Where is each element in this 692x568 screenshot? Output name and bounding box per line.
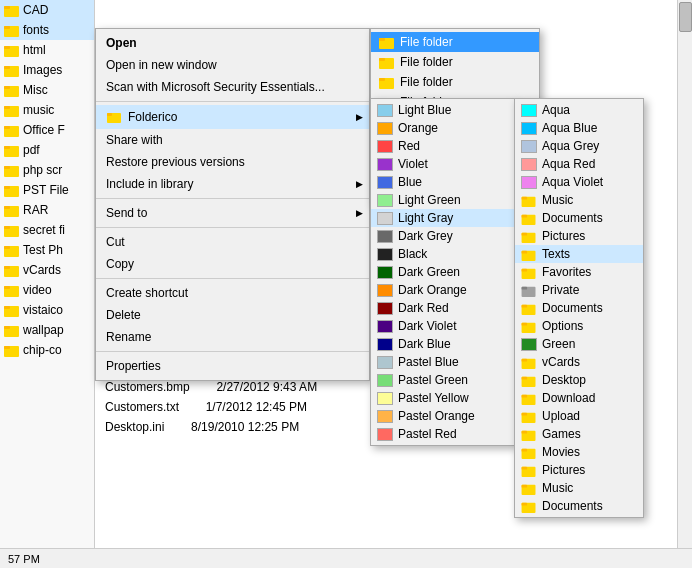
color-upload[interactable]: Upload	[515, 407, 643, 425]
color-aqua-red[interactable]: Aqua Red	[515, 155, 643, 173]
menu-create-shortcut[interactable]: Create shortcut	[96, 282, 369, 304]
sidebar-item-fonts[interactable]: fonts	[0, 20, 94, 40]
color-private[interactable]: Private	[515, 281, 643, 299]
menu-delete[interactable]: Delete	[96, 304, 369, 326]
color-download[interactable]: Download	[515, 389, 643, 407]
color-blue[interactable]: Blue	[371, 173, 514, 191]
color-pastel-green[interactable]: Pastel Green	[371, 371, 514, 389]
color-dark-blue[interactable]: Dark Blue	[371, 335, 514, 353]
color-light-green[interactable]: Light Green	[371, 191, 514, 209]
color-aqua-blue[interactable]: Aqua Blue	[515, 119, 643, 137]
svg-rect-21	[4, 206, 10, 209]
color-red[interactable]: Red	[371, 137, 514, 155]
color-pastel-yellow[interactable]: Pastel Yellow	[371, 389, 514, 407]
color-pastel-red[interactable]: Pastel Red	[371, 425, 514, 443]
sidebar-label: music	[23, 103, 54, 117]
sidebar-item-secret[interactable]: secret fi	[0, 220, 94, 240]
scrollbar[interactable]	[677, 0, 692, 568]
menu-restore[interactable]: Restore previous versions	[96, 151, 369, 173]
sidebar-item-images[interactable]: Images	[0, 60, 94, 80]
sidebar-item-phpscr[interactable]: php scr	[0, 160, 94, 180]
color-pictures[interactable]: Pictures	[515, 227, 643, 245]
sidebar-item-wallpap[interactable]: wallpap	[0, 320, 94, 340]
menu-send-to[interactable]: Send to	[96, 202, 369, 224]
sidebar-item-testph[interactable]: Test Ph	[0, 240, 94, 260]
color-aqua-violet[interactable]: Aqua Violet	[515, 173, 643, 191]
sidebar-item-misc[interactable]: Misc	[0, 80, 94, 100]
sidebar-item-pst[interactable]: PST File	[0, 180, 94, 200]
color-dark-grey[interactable]: Dark Grey	[371, 227, 514, 245]
folder-icon	[4, 243, 20, 257]
color-documents-2[interactable]: Documents	[515, 299, 643, 317]
explorer-window: CAD fonts html Images	[0, 0, 692, 568]
svg-rect-31	[4, 306, 10, 309]
color-aqua[interactable]: Aqua	[515, 101, 643, 119]
sidebar-label: pdf	[23, 143, 40, 157]
color-orange[interactable]: Orange	[371, 119, 514, 137]
sidebar-item-video[interactable]: video	[0, 280, 94, 300]
folder-swatch	[521, 482, 537, 495]
folder-icon	[4, 283, 20, 297]
sidebar-item-html[interactable]: html	[0, 40, 94, 60]
color-green[interactable]: Green	[515, 335, 643, 353]
color-light-gray[interactable]: Light Gray	[371, 209, 514, 227]
menu-rename[interactable]: Rename	[96, 326, 369, 348]
svg-rect-69	[522, 394, 528, 397]
sidebar-item-rar[interactable]: RAR	[0, 200, 94, 220]
sidebar-item-chipco[interactable]: chip-co	[0, 340, 94, 360]
sidebar-label: secret fi	[23, 223, 65, 237]
file-folder-item-3[interactable]: File folder	[371, 72, 539, 92]
file-row-txt: Customers.txt 1/7/2012 12:45 PM	[105, 400, 307, 414]
color-music-2[interactable]: Music	[515, 479, 643, 497]
file-folder-item-1[interactable]: File folder	[371, 32, 539, 52]
color-black[interactable]: Black	[371, 245, 514, 263]
sidebar-label: chip-co	[23, 343, 62, 357]
menu-copy[interactable]: Copy	[96, 253, 369, 275]
sidebar-item-cad[interactable]: CAD	[0, 0, 94, 20]
color-documents-3[interactable]: Documents	[515, 497, 643, 515]
menu-cut[interactable]: Cut	[96, 231, 369, 253]
folder-swatch	[521, 266, 537, 279]
menu-properties[interactable]: Properties	[96, 355, 369, 377]
menu-open[interactable]: Open	[96, 32, 369, 54]
color-favorites[interactable]: Favorites	[515, 263, 643, 281]
color-aqua-grey[interactable]: Aqua Grey	[515, 137, 643, 155]
color-dark-orange[interactable]: Dark Orange	[371, 281, 514, 299]
color-pictures-2[interactable]: Pictures	[515, 461, 643, 479]
color-dark-violet[interactable]: Dark Violet	[371, 317, 514, 335]
color-options[interactable]: Options	[515, 317, 643, 335]
file-folder-item-2[interactable]: File folder	[371, 52, 539, 72]
color-music[interactable]: Music	[515, 191, 643, 209]
menu-folderico[interactable]: Folderico	[96, 105, 369, 129]
svg-rect-81	[522, 502, 528, 505]
color-pastel-blue[interactable]: Pastel Blue	[371, 353, 514, 371]
menu-scan[interactable]: Scan with Microsoft Security Essentials.…	[96, 76, 369, 98]
menu-share-with[interactable]: Share with	[96, 129, 369, 151]
sidebar-label: wallpap	[23, 323, 64, 337]
sidebar-item-pdf[interactable]: pdf	[0, 140, 94, 160]
svg-rect-55	[522, 250, 528, 253]
color-pastel-orange[interactable]: Pastel Orange	[371, 407, 514, 425]
color-violet[interactable]: Violet	[371, 155, 514, 173]
color-dark-red[interactable]: Dark Red	[371, 299, 514, 317]
color-vcards[interactable]: vCards	[515, 353, 643, 371]
color-light-blue[interactable]: Light Blue	[371, 101, 514, 119]
color-texts[interactable]: Texts	[515, 245, 643, 263]
color-desktop[interactable]: Desktop	[515, 371, 643, 389]
color-games[interactable]: Games	[515, 425, 643, 443]
sidebar-label: vistaico	[23, 303, 63, 317]
menu-include-library[interactable]: Include in library	[96, 173, 369, 195]
folder-icon	[4, 163, 20, 177]
sidebar-item-music[interactable]: music	[0, 100, 94, 120]
menu-sep-2	[96, 198, 369, 199]
menu-open-new-window[interactable]: Open in new window	[96, 54, 369, 76]
sidebar-item-vistaico[interactable]: vistaico	[0, 300, 94, 320]
color-swatch	[521, 158, 537, 171]
color-movies[interactable]: Movies	[515, 443, 643, 461]
scrollbar-thumb[interactable]	[679, 2, 692, 32]
sidebar-item-office[interactable]: Office F	[0, 120, 94, 140]
color-documents-1[interactable]: Documents	[515, 209, 643, 227]
sidebar-item-vcards[interactable]: vCards	[0, 260, 94, 280]
color-dark-green[interactable]: Dark Green	[371, 263, 514, 281]
svg-rect-15	[4, 146, 10, 149]
